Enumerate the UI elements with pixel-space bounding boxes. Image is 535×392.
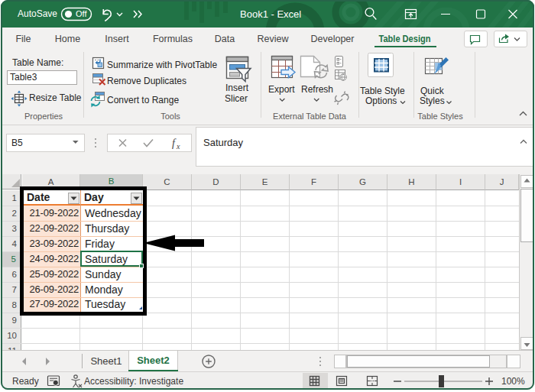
svg-text:x: x bbox=[176, 142, 180, 151]
